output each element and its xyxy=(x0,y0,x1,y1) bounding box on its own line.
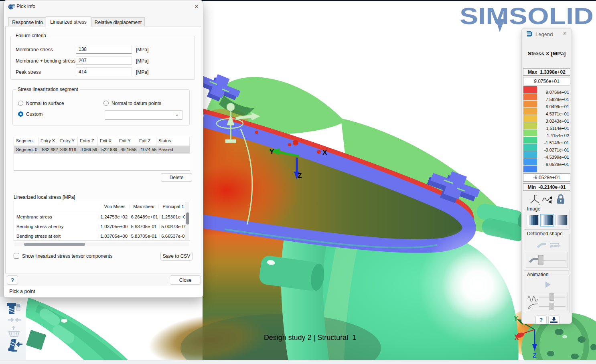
datum-points-combobox[interactable]: ⌄ xyxy=(105,110,182,120)
triad-main-y-label: Y xyxy=(270,148,274,156)
deform-scale-panel xyxy=(526,252,568,268)
radio-normal-to-surface-label: Normal to surface xyxy=(26,101,64,106)
legend-scale-value: 3.0243e+01 xyxy=(546,119,569,123)
animation-play-icon[interactable] xyxy=(545,281,551,288)
bolt-connection-icon[interactable] xyxy=(6,302,21,317)
radio-custom-label: Custom xyxy=(26,111,43,117)
svg-text:z: z xyxy=(529,200,531,202)
triad-main-x-label: X xyxy=(322,149,327,156)
legend-close-icon[interactable]: ✕ xyxy=(563,30,567,36)
legend-pin-icon xyxy=(549,316,558,324)
legend-scale-value: 6.0499e+01 xyxy=(546,104,569,109)
radio-normal-to-datum-points[interactable] xyxy=(103,101,109,106)
legend-scale-value: -4.5399e+01 xyxy=(544,155,569,160)
dialog-close-icon[interactable]: ✕ xyxy=(191,2,202,10)
segment-table-row[interactable]: Segment 0 -532.682 348.616 -1069.59 -522… xyxy=(14,146,190,154)
design-study-caption: Design study 2 | Structural 1 xyxy=(264,334,356,342)
dialog-titlebar[interactable]: Pick info ✕ xyxy=(4,0,203,12)
radio-custom[interactable] xyxy=(18,111,23,117)
legend-pin-button[interactable] xyxy=(548,315,560,324)
stress-table-hscrollbar-track[interactable] xyxy=(14,243,189,246)
membrane-stress-unit: [MPa] xyxy=(136,47,148,53)
peak-stress-input[interactable] xyxy=(76,67,132,76)
close-button[interactable]: Close xyxy=(170,275,201,285)
save-to-csv-button[interactable]: Save to CSV xyxy=(160,252,193,261)
deformed-shape-group-label: Deformed shape xyxy=(526,231,564,237)
legend-color-swatch xyxy=(523,144,537,151)
radio-normal-to-datum-points-label: Normal to datum points xyxy=(111,101,161,106)
failure-criteria-label: Failure criteria xyxy=(14,33,48,38)
membrane-stress-input[interactable] xyxy=(76,45,132,54)
legend-scale-value: -1.4154e-02 xyxy=(545,133,569,138)
merge-arrows-icon-disabled xyxy=(8,317,21,323)
image-style-banded-button[interactable] xyxy=(541,215,553,225)
legend-scale-labels: 9.0756e+017.5628e+016.0499e+014.5371e+01… xyxy=(539,86,570,173)
legend-triad-toggle-icon[interactable]: y z x xyxy=(529,194,540,205)
stress-table-hscrollbar-thumb[interactable] xyxy=(24,243,85,246)
legend-scale-value: -6.0528e+01 xyxy=(544,162,569,167)
tensor-components-checkbox[interactable] xyxy=(14,253,19,259)
dialog-help-button[interactable]: ? xyxy=(7,275,18,285)
deformed-shape-group: Deformed shape xyxy=(524,234,570,271)
status-text: Pick a point xyxy=(9,289,35,294)
bolt-load-icon[interactable] xyxy=(7,339,22,352)
tensor-components-checkbox-label: Show linearized stress tensor components xyxy=(22,253,112,259)
legend-help-button[interactable]: ? xyxy=(535,315,547,324)
linearized-local-stress-label: Linearized local stress [MPa] xyxy=(14,194,75,200)
legend-icon xyxy=(526,30,533,38)
stress-table-row[interactable]: Bending stress at exit 1.03705e+00 5.837… xyxy=(14,231,190,241)
svg-text:y: y xyxy=(535,194,537,196)
legend-color-swatch xyxy=(523,151,537,158)
legend-lower-input[interactable]: -6.0528e+01 xyxy=(523,173,570,182)
peak-stress-unit: [MPa] xyxy=(136,69,148,75)
legend-scale-value: 9.0756e+01 xyxy=(546,90,569,95)
triad-corner-x-label: X xyxy=(515,334,519,341)
image-style-stepped-button[interactable] xyxy=(527,215,539,225)
pick-info-dialog: Pick info ✕ Response info Linearized str… xyxy=(3,0,203,298)
deform-tool-icon-disabled xyxy=(7,326,21,338)
legend-probe-plot-icon[interactable] xyxy=(542,194,553,205)
legend-min-value: Min -8.2140e+01 xyxy=(523,183,570,191)
triad-corner-z-label: Z xyxy=(533,352,537,359)
linearization-segment-group: Stress linearization segment xyxy=(12,89,190,125)
animation-amplitude-icon xyxy=(527,293,539,301)
legend-color-swatch xyxy=(523,158,537,165)
svg-text:SIMSOLID: SIMSOLID xyxy=(460,3,594,29)
dialog-status-bar: Pick a point xyxy=(4,286,202,297)
animation-group: Animation xyxy=(524,275,570,313)
legend-title: Legend xyxy=(535,31,553,37)
delete-button[interactable]: Delete xyxy=(161,173,192,182)
animation-group-label: Animation xyxy=(526,272,549,277)
legend-scale-value: 1.5114e+01 xyxy=(546,126,569,131)
legend-color-swatch xyxy=(523,86,537,93)
legend-color-swatch xyxy=(523,101,537,107)
legend-color-swatch xyxy=(523,137,537,144)
legend-color-swatch xyxy=(523,115,537,122)
membrane-bending-stress-input[interactable] xyxy=(76,56,132,65)
legend-lock-icon[interactable] xyxy=(555,194,566,205)
deform-scale-icon xyxy=(528,255,539,265)
animation-speed-slider-thumb[interactable] xyxy=(549,303,554,310)
svg-text:x: x xyxy=(539,203,540,205)
radio-normal-to-surface[interactable] xyxy=(18,101,23,106)
deformed-shape-icon-disabled xyxy=(536,241,547,250)
stress-table-scrollbar-thumb[interactable] xyxy=(186,212,189,224)
linearization-segment-label: Stress linearization segment xyxy=(16,87,80,92)
legend-color-swatch xyxy=(523,166,537,172)
legend-scale-value: -3.0271e+01 xyxy=(544,148,569,152)
tab-linearized-stress[interactable]: Linearized stress xyxy=(46,16,91,27)
legend-color-swatch xyxy=(523,129,537,136)
legend-max-value: Max 1.3398e+02 xyxy=(523,68,570,76)
legend-scale-value: 7.5628e+01 xyxy=(546,97,569,102)
stress-table-row[interactable]: Membrane stress 1.24753e+02 6.26489e+01 … xyxy=(14,212,190,222)
animation-controls-panel xyxy=(526,292,568,311)
image-style-smooth-button[interactable] xyxy=(555,215,568,225)
deform-scale-slider-thumb[interactable] xyxy=(538,255,543,265)
triad-main-z-label: Z xyxy=(298,172,302,180)
legend-upper-input[interactable]: 9.0756e+01 xyxy=(523,77,570,85)
segment-table: Segment Entry X Entry Y Entry Z Exit X E… xyxy=(14,137,190,171)
animation-amplitude-slider-thumb[interactable] xyxy=(549,293,554,301)
stress-table-row[interactable]: Bending stress at entry 1.03705e+00 5.83… xyxy=(14,222,190,231)
triad-corner-y-label: Y xyxy=(514,315,518,322)
image-group: Image xyxy=(524,209,570,230)
